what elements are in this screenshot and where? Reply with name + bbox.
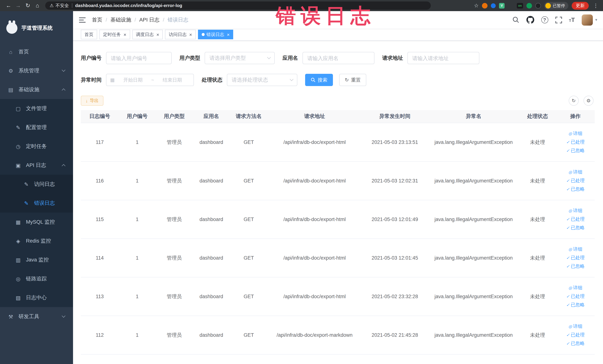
sidebar-item-redis-monitor[interactable]: ◈Redis 监控 [0, 231, 73, 250]
sidebar-item-log-center[interactable]: ▧日志中心 [0, 288, 73, 307]
sidebar-item-system[interactable]: ⚙系统管理 [0, 61, 73, 80]
tab-close-icon[interactable]: × [189, 32, 192, 37]
export-button[interactable]: 导出 [81, 96, 104, 106]
detail-link[interactable]: ◎详细 [556, 323, 595, 330]
detail-link[interactable]: ◎详细 [556, 208, 595, 214]
vue-devtools-icon[interactable]: V [499, 3, 505, 8]
tab-close-icon[interactable]: × [156, 32, 159, 37]
end-date-placeholder[interactable]: 结束日期 [155, 77, 190, 83]
mark-ignored-link[interactable]: ✓已忽略 [556, 263, 595, 270]
detail-link[interactable]: ◎详细 [556, 169, 595, 176]
extension-grid-icon[interactable] [508, 3, 513, 8]
tab-定时任务[interactable]: 定时任务× [99, 30, 130, 39]
github-icon[interactable] [526, 16, 534, 24]
start-date-placeholder[interactable]: 开始日期 [116, 77, 151, 83]
column-header: 处理状态 [519, 113, 556, 120]
browser-home-icon[interactable] [33, 0, 42, 11]
action-label: 已忽略 [571, 186, 585, 192]
breadcrumb-item[interactable]: API 日志 [139, 16, 168, 23]
tab-调度日志[interactable]: 调度日志× [132, 30, 163, 39]
detail-link[interactable]: ◎详细 [556, 285, 595, 291]
app-name-input[interactable] [302, 52, 374, 64]
process-status-select[interactable]: 请选择处理状态 [227, 74, 297, 86]
mark-processed-link[interactable]: ✓已处理 [556, 139, 595, 145]
sidebar-item-trace[interactable]: ◎链路追踪 [0, 269, 73, 288]
tab-错误日志[interactable]: 错误日志× [198, 30, 233, 39]
cell-user_type: 管理员 [156, 177, 193, 184]
search-button[interactable]: 搜索 [305, 74, 333, 86]
user-menu[interactable] [582, 14, 597, 25]
extension-icon[interactable] [482, 3, 487, 8]
extension-icon[interactable] [526, 3, 532, 8]
tab-首页[interactable]: 首页 [81, 30, 97, 39]
sidebar-item-error-log[interactable]: ✎错误日志 [0, 194, 73, 212]
sidebar-item-access-log[interactable]: ✎访问日志 [0, 175, 73, 194]
help-icon[interactable] [541, 16, 548, 23]
cell-user_type: 管理员 [156, 332, 193, 338]
paused-badge[interactable]: 已暂停 [544, 2, 568, 10]
browser-menu-icon[interactable] [592, 3, 600, 9]
bookmark-star-icon[interactable] [474, 3, 479, 9]
filter-row-2: 异常时间 开始日期 ~ 结束日期 处理状态 请选择处理状态 [81, 74, 595, 86]
refresh-table-button[interactable] [569, 96, 579, 106]
mark-ignored-link[interactable]: ✓已忽略 [556, 302, 595, 308]
address-bar[interactable]: 不安全 dashboard.yudao.iocoder.cn /infra/lo… [45, 1, 431, 10]
cell-id: 114 [81, 255, 119, 261]
user-id-input[interactable] [106, 52, 172, 64]
detail-link[interactable]: ◎详细 [556, 246, 595, 253]
breadcrumb-item[interactable]: 首页 [92, 16, 110, 23]
user-type-select[interactable]: 请选择用户类型 [205, 52, 275, 64]
sidebar-item-api-log[interactable]: ▣API 日志 [0, 156, 73, 175]
search-icon[interactable] [512, 16, 519, 23]
fullscreen-icon[interactable] [555, 16, 562, 23]
exception-time-range-picker[interactable]: 开始日期 ~ 结束日期 [106, 74, 194, 86]
cell-time: 2021-05-02 23:32:28 [361, 294, 428, 299]
font-size-icon[interactable] [569, 16, 575, 23]
cell-method: GET [230, 255, 268, 261]
hamburger-icon[interactable] [79, 17, 86, 23]
mark-ignored-link[interactable]: ✓已忽略 [556, 225, 595, 231]
mark-processed-link[interactable]: ✓已处理 [556, 255, 595, 261]
eye-icon: ◎ [568, 324, 572, 329]
sidebar-item-dev-tools[interactable]: ⚒研发工具 [0, 307, 73, 326]
mark-ignored-link[interactable]: ✓已忽略 [556, 148, 595, 154]
mark-ignored-link[interactable]: ✓已忽略 [556, 186, 595, 192]
app-logo[interactable]: 芋道管理系统 [0, 11, 73, 42]
detail-link[interactable]: ◎详细 [556, 130, 595, 137]
tab-close-icon[interactable]: × [227, 32, 230, 37]
cell-app: dashboard [193, 332, 230, 338]
tab-close-icon[interactable]: × [123, 32, 126, 37]
mark-ignored-link[interactable]: ✓已忽略 [556, 341, 595, 347]
extension-icon[interactable] [491, 3, 496, 8]
browser-update-button[interactable]: 更新 [572, 2, 589, 10]
sidebar-item-infra[interactable]: ▤基础设施 [0, 80, 73, 99]
mark-processed-link[interactable]: ✓已处理 [556, 332, 595, 338]
sidebar-item-home[interactable]: ⌂首页 [0, 42, 73, 61]
browser-forward-icon[interactable] [13, 0, 23, 11]
sidebar-item-mysql-monitor[interactable]: ▦MySQL 监控 [0, 212, 73, 231]
sidebar-item-label: API 日志 [26, 162, 46, 169]
mark-processed-link[interactable]: ✓已处理 [556, 216, 595, 223]
request-url-input[interactable] [407, 52, 479, 64]
breadcrumb-item[interactable]: 基础设施 [110, 16, 139, 23]
chevron-up-icon [62, 164, 65, 168]
browser-back-icon[interactable] [4, 0, 13, 11]
filter-label-user-id: 用户编号 [81, 55, 102, 61]
reset-button[interactable]: 重置 [339, 74, 366, 86]
browser-reload-icon[interactable] [23, 0, 33, 11]
column-settings-button[interactable] [583, 96, 593, 106]
check-icon: ✓ [566, 294, 569, 299]
timer-icon: ◷ [15, 143, 22, 149]
user-avatar[interactable] [582, 14, 593, 25]
tab-访问日志[interactable]: 访问日志× [165, 30, 196, 39]
extension-on-icon[interactable]: on [517, 3, 523, 8]
sidebar-item-scheduled-jobs[interactable]: ◷定时任务 [0, 137, 73, 156]
cell-user_type: 管理员 [156, 293, 193, 300]
extension-icon[interactable] [535, 3, 541, 8]
sidebar-item-java-monitor[interactable]: ▥Java 监控 [0, 250, 73, 269]
mark-processed-link[interactable]: ✓已处理 [556, 293, 595, 300]
sidebar-menu: ⌂首页⚙系统管理▤基础设施▢文件管理✎配置管理◷定时任务▣API 日志✎访问日志… [0, 42, 73, 326]
sidebar-item-config-manage[interactable]: ✎配置管理 [0, 118, 73, 137]
sidebar-item-file-manage[interactable]: ▢文件管理 [0, 99, 73, 118]
mark-processed-link[interactable]: ✓已处理 [556, 178, 595, 184]
